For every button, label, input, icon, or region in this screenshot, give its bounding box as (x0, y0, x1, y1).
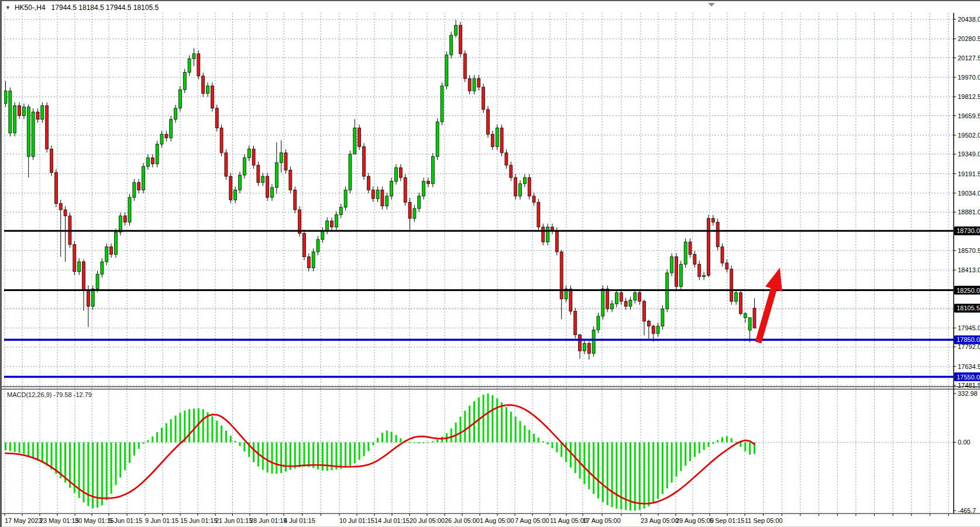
candle-body (59, 204, 62, 210)
candle-body (689, 242, 692, 254)
candle-body (151, 158, 154, 164)
time-tick-label: 21 Jun 01:15 (215, 517, 253, 524)
macd-bar (377, 438, 379, 443)
candle-body (178, 90, 181, 108)
candle-body (331, 221, 333, 227)
macd-bar (87, 442, 89, 506)
time-tick-label: 1 Aug 05:00 (480, 517, 514, 524)
time-tick-label: 14 Jul 01:15 (374, 517, 410, 524)
candle-body (592, 330, 595, 353)
macd-bar (561, 442, 562, 457)
candle-body (703, 275, 706, 276)
candle-body (450, 35, 453, 55)
candle-body (128, 197, 131, 222)
candle-body (266, 176, 269, 197)
macd-bar (147, 440, 149, 443)
candle-body (160, 134, 163, 144)
macd-bar (349, 442, 351, 466)
candle-body (510, 165, 513, 177)
horizontal-line-objects[interactable] (4, 231, 954, 377)
macd-bar (735, 442, 737, 442)
macd-bar (427, 442, 429, 443)
candle-body (335, 215, 338, 227)
candle-body (500, 128, 503, 153)
candlestick-series (4, 20, 756, 360)
macd-bar (156, 432, 158, 443)
macd-bar (372, 442, 374, 445)
macd-bar (675, 442, 677, 477)
macd-bar (143, 442, 145, 444)
candle-body (307, 257, 310, 268)
price-axis[interactable]: 20438.020280.520127.519970.019812.519659… (954, 16, 980, 389)
chart-shift-marker-icon[interactable] (708, 3, 715, 6)
price-tag-label: 18250.0 (957, 287, 980, 294)
price-tick-label: 18881.0 (958, 208, 980, 215)
macd-bar (175, 416, 177, 443)
macd-bar (367, 442, 369, 451)
macd-bar (699, 442, 700, 453)
time-axis[interactable]: 17 May 202323 May 01:1530 May 01:155 Jun… (5, 514, 948, 524)
candle-body (455, 25, 458, 35)
macd-bar (129, 442, 130, 463)
candle-body (353, 128, 356, 154)
macd-bar (652, 442, 654, 503)
candle-body (431, 156, 434, 184)
macd-bar (423, 442, 425, 443)
candle-body (528, 177, 531, 196)
chart-symbol-period: HK50-,H4 (15, 4, 46, 12)
macd-bar (583, 442, 585, 484)
candle-body (583, 344, 586, 351)
macd-tick-label: 332.98 (958, 390, 978, 397)
macd-signal-line (6, 405, 755, 504)
candle-body (192, 54, 195, 59)
macd-bar (666, 442, 668, 488)
macd-bar (170, 419, 172, 443)
price-tick-label: 18413.0 (958, 266, 980, 273)
macd-bar (386, 430, 388, 442)
bullish-arrow-annotation[interactable] (755, 268, 782, 344)
candle-body (119, 216, 122, 232)
macd-bar (101, 442, 103, 505)
macd-bar (326, 442, 328, 471)
price-tag-label: 18105.5 (957, 304, 980, 312)
candle-body (463, 54, 466, 78)
candle-body (252, 149, 255, 165)
candle-body (312, 252, 315, 268)
candle-body (482, 87, 485, 109)
candle-body (684, 242, 687, 264)
time-tick-label: 15 Jun 01:15 (180, 517, 218, 524)
candle-body (18, 106, 21, 116)
candle-body (183, 72, 186, 90)
symbol-dropdown-icon[interactable]: ▼ (5, 5, 11, 11)
candle-body (514, 177, 517, 196)
candle-body (441, 86, 443, 122)
candle-body (716, 222, 719, 247)
time-tick-label: 28 Jun 01:15 (250, 517, 287, 524)
macd-bar (689, 442, 691, 461)
candle-body (634, 293, 637, 300)
macd-bar (322, 442, 324, 470)
macd-bar (391, 432, 393, 442)
candle-body (574, 312, 577, 335)
price-tick-label: 20127.5 (958, 54, 980, 61)
candle-body (87, 290, 90, 306)
candle-body (317, 239, 319, 252)
candle-body (519, 184, 522, 196)
candle-body (170, 119, 173, 138)
macd-bar (51, 442, 53, 469)
macd-bar (607, 442, 608, 505)
candle-body (730, 269, 733, 302)
candle-body (399, 167, 402, 177)
candle-body (707, 218, 710, 275)
macd-bar (312, 442, 314, 468)
candle-body (620, 293, 623, 302)
candle-body (436, 122, 439, 156)
macd-axis[interactable]: 332.980.00-465.7 (954, 390, 978, 514)
candle-body (137, 183, 140, 190)
macd-bar (459, 417, 461, 443)
candle-body (326, 221, 329, 231)
candle-body (50, 149, 53, 173)
candle-body (363, 146, 366, 176)
candle-body (302, 233, 305, 256)
price-chart-canvas[interactable]: 20438.020280.520127.519970.019812.519659… (2, 1, 980, 527)
